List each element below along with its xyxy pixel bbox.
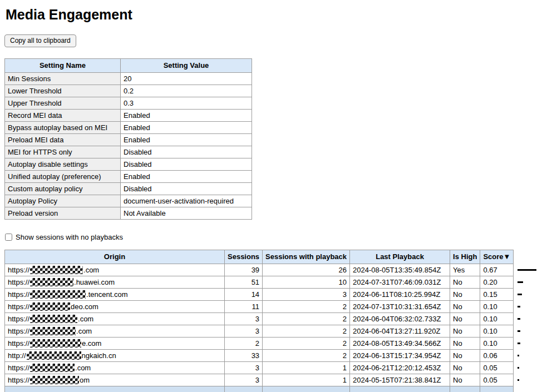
origin-cell: https://deo.com bbox=[5, 301, 225, 313]
setting-value: Disabled bbox=[121, 146, 252, 158]
column-header-origin[interactable]: Origin bbox=[5, 250, 225, 264]
settings-header-value: Setting Value bbox=[121, 59, 252, 73]
origin-suffix: e.com bbox=[82, 339, 101, 348]
media-engagement-page: Media Engagement Copy all to clipboard S… bbox=[0, 0, 557, 392]
redacted-origin bbox=[30, 364, 75, 372]
setting-name: Upper Threshold bbox=[5, 97, 121, 110]
score-bar bbox=[517, 330, 520, 332]
sessions-cell: 2 bbox=[225, 338, 263, 350]
settings-row: Unified autoplay (preference)Enabled bbox=[5, 171, 252, 183]
last-playback-cell: 2024-08-05T13:35:49.854Z bbox=[350, 264, 450, 276]
setting-name: Lower Threshold bbox=[5, 85, 121, 97]
score-bar bbox=[517, 367, 519, 369]
score-bar-column bbox=[514, 250, 538, 264]
sessions-with-playback-cell: 10 bbox=[263, 276, 350, 289]
sessions-cell: 3 bbox=[225, 313, 263, 325]
column-header-score[interactable]: Score▼ bbox=[480, 250, 514, 264]
show-no-playbacks-label[interactable]: Show sessions with no playbacks bbox=[16, 233, 123, 241]
is-high-cell: No bbox=[450, 301, 480, 313]
filter-row: Show sessions with no playbacks bbox=[5, 233, 553, 241]
origin-suffix: .com bbox=[78, 315, 93, 323]
score-cell: 0.10 bbox=[480, 325, 514, 338]
score-bar bbox=[517, 355, 519, 356]
score-cell: 0.10 bbox=[480, 313, 514, 325]
sessions-with-playback-cell: 2 bbox=[263, 301, 350, 313]
origin-cell: https://.com bbox=[5, 362, 225, 374]
origin-cell: https://om bbox=[5, 374, 225, 386]
settings-row: Upper Threshold0.3 bbox=[5, 97, 252, 110]
origin-suffix: .huawei.com bbox=[74, 278, 115, 286]
sessions-with-playback-cell: 1 bbox=[263, 362, 350, 374]
last-playback-cell: 2024-06-13T15:17:34.954Z bbox=[350, 350, 450, 362]
sessions-with-playback-cell: 1 bbox=[263, 374, 350, 386]
origin-prefix: https:// bbox=[8, 266, 29, 274]
settings-row: Record MEI dataEnabled bbox=[5, 110, 252, 122]
settings-row: Preload versionNot Available bbox=[5, 207, 252, 220]
origin-prefix: https:// bbox=[8, 290, 29, 299]
sessions-cell: 14 bbox=[225, 289, 263, 301]
show-no-playbacks-checkbox[interactable] bbox=[5, 234, 12, 241]
origin-prefix: https:// bbox=[8, 278, 29, 286]
setting-value: 0.2 bbox=[121, 85, 252, 97]
last-playback-cell: 2024-05-15T07:21:38.841Z bbox=[350, 374, 450, 386]
setting-name: Autoplay Policy bbox=[5, 195, 121, 207]
origin-suffix: .tencent.com bbox=[86, 290, 127, 299]
sessions-cell: 11 bbox=[225, 301, 263, 313]
setting-value: Enabled bbox=[121, 171, 252, 183]
settings-header-name: Setting Name bbox=[5, 59, 121, 73]
origin-suffix: .com bbox=[76, 327, 92, 335]
last-playback-cell: 2024-08-05T13:49:34.566Z bbox=[350, 338, 450, 350]
settings-table: Setting Name Setting Value Min Sessions2… bbox=[4, 58, 252, 220]
last-playback-cell: 2024-06-04T06:32:02.733Z bbox=[350, 313, 450, 325]
origin-prefix: https:// bbox=[8, 302, 29, 311]
origin-cell: https://.huawei.com bbox=[5, 276, 225, 289]
last-playback-cell: 2024-06-11T08:10:25.994Z bbox=[350, 289, 450, 301]
score-cell: 0.06 bbox=[480, 350, 514, 362]
origin-suffix: deo.com bbox=[71, 302, 98, 311]
is-high-cell: No bbox=[450, 374, 480, 386]
column-header-sessions-with-playback[interactable]: Sessions with playback bbox=[263, 250, 350, 264]
column-header-last-playback[interactable]: Last Playback bbox=[350, 250, 450, 264]
last-playback-cell: 2024-06-04T13:27:11.920Z bbox=[350, 325, 450, 338]
last-playback-cell: 2024-07-31T07:46:09.031Z bbox=[350, 276, 450, 289]
origin-prefix: https:// bbox=[8, 327, 29, 335]
score-cell: 0.05 bbox=[480, 362, 514, 374]
setting-name: Bypass autoplay based on MEI bbox=[5, 122, 121, 134]
redacted-origin bbox=[30, 278, 73, 286]
redacted-origin bbox=[30, 302, 70, 311]
setting-value: document-user-activation-required bbox=[121, 195, 252, 207]
setting-value: Not Available bbox=[121, 207, 252, 220]
score-cell: 0.15 bbox=[480, 289, 514, 301]
origin-prefix: http:// bbox=[8, 351, 26, 360]
setting-value: Enabled bbox=[121, 134, 252, 146]
column-header-is-high[interactable]: Is High bbox=[450, 250, 480, 264]
settings-row: Lower Threshold0.2 bbox=[5, 85, 252, 97]
setting-name: Record MEI data bbox=[5, 110, 121, 122]
session-row: http://ngkaich.cn 33 2 2024-06-13T15:17:… bbox=[5, 350, 538, 362]
session-row: https://.com 3 1 2024-06-21T12:20:12.453… bbox=[5, 362, 538, 374]
sessions-cell: 51 bbox=[225, 276, 263, 289]
is-high-cell: No bbox=[450, 325, 480, 338]
settings-row: Min Sessions20 bbox=[5, 73, 252, 85]
origin-cell: https://.com bbox=[5, 264, 225, 276]
page-title: Media Engagement bbox=[6, 7, 553, 23]
score-bar bbox=[517, 306, 520, 307]
setting-name: Custom autoplay policy bbox=[5, 183, 121, 195]
sessions-cell: 33 bbox=[225, 350, 263, 362]
origin-prefix: https:// bbox=[8, 339, 29, 348]
is-high-cell: No bbox=[450, 362, 480, 374]
sessions-cell: 39 bbox=[225, 264, 263, 276]
origin-suffix: .com bbox=[83, 266, 99, 274]
setting-value: Disabled bbox=[121, 158, 252, 171]
origin-suffix: ngkaich.cn bbox=[82, 351, 116, 360]
column-header-sessions[interactable]: Sessions bbox=[225, 250, 263, 264]
setting-name: Preload MEI data bbox=[5, 134, 121, 146]
score-bar bbox=[517, 281, 523, 283]
copy-all-button[interactable]: Copy all to clipboard bbox=[4, 34, 76, 47]
redacted-origin bbox=[30, 266, 83, 274]
score-bar bbox=[517, 379, 519, 381]
redacted-origin bbox=[30, 376, 79, 384]
session-row: https://.com 3 2 2024-06-04T13:27:11.920… bbox=[5, 325, 538, 338]
score-bar bbox=[517, 318, 520, 320]
redacted-origin bbox=[27, 351, 81, 360]
